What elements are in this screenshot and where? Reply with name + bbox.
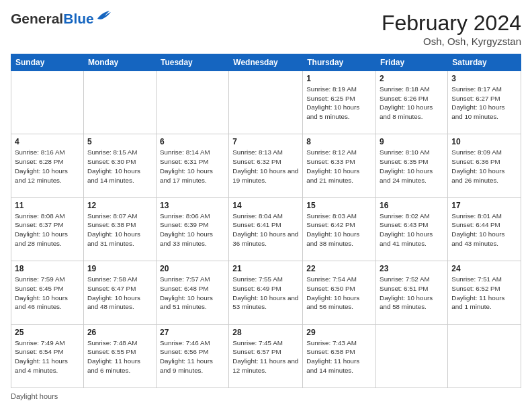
day-info: Sunrise: 7:55 AMSunset: 6:49 PMDaylight:… [232,275,299,312]
calendar-week-2: 4Sunrise: 8:16 AMSunset: 6:28 PMDaylight… [11,134,521,197]
day-info: Sunrise: 7:57 AMSunset: 6:48 PMDaylight:… [160,275,225,312]
day-header-tuesday: Tuesday [156,54,228,71]
day-info: Sunrise: 7:51 AMSunset: 6:52 PMDaylight:… [451,275,517,312]
day-info: Sunrise: 8:03 AMSunset: 6:42 PMDaylight:… [306,212,372,248]
calendar-cell [229,71,303,134]
day-info: Sunrise: 7:48 AMSunset: 6:55 PMDaylight:… [87,338,152,375]
calendar-cell [156,71,228,134]
day-number: 12 [87,201,152,210]
calendar-cell: 18Sunrise: 7:59 AMSunset: 6:45 PMDayligh… [11,261,84,324]
calendar-cell: 9Sunrise: 8:10 AMSunset: 6:35 PMDaylight… [376,134,448,197]
calendar-cell: 14Sunrise: 8:04 AMSunset: 6:41 PMDayligh… [229,197,303,261]
day-number: 23 [380,264,444,273]
title-block: February 2024 Osh, Osh, Kyrgyzstan [382,11,521,47]
day-info: Sunrise: 8:18 AMSunset: 6:26 PMDaylight:… [380,85,444,122]
day-info: Sunrise: 8:07 AMSunset: 6:38 PMDaylight:… [87,212,152,248]
calendar-cell: 1Sunrise: 8:19 AMSunset: 6:25 PMDaylight… [303,71,376,134]
day-info: Sunrise: 7:49 AMSunset: 6:54 PMDaylight:… [15,338,80,375]
day-info: Sunrise: 8:06 AMSunset: 6:39 PMDaylight:… [160,212,225,248]
day-number: 14 [232,201,299,210]
day-info: Sunrise: 8:10 AMSunset: 6:35 PMDaylight:… [380,148,444,185]
day-info: Sunrise: 7:54 AMSunset: 6:50 PMDaylight:… [306,275,372,312]
calendar-cell: 12Sunrise: 8:07 AMSunset: 6:38 PMDayligh… [83,197,156,261]
day-number: 21 [232,264,299,273]
day-header-saturday: Saturday [448,54,521,71]
day-number: 25 [15,328,80,337]
calendar-cell: 6Sunrise: 8:14 AMSunset: 6:31 PMDaylight… [156,134,228,197]
day-number: 16 [380,201,444,210]
calendar-cell: 13Sunrise: 8:06 AMSunset: 6:39 PMDayligh… [156,197,228,261]
calendar-cell: 28Sunrise: 7:45 AMSunset: 6:57 PMDayligh… [229,324,303,387]
logo-text: GeneralBlue [11,11,94,27]
logo: GeneralBlue [11,11,111,27]
calendar-cell: 15Sunrise: 8:03 AMSunset: 6:42 PMDayligh… [303,197,376,261]
day-number: 13 [160,201,225,210]
day-number: 28 [232,328,299,337]
day-info: Sunrise: 7:59 AMSunset: 6:45 PMDaylight:… [15,275,80,312]
calendar-cell: 2Sunrise: 8:18 AMSunset: 6:26 PMDaylight… [376,71,448,134]
calendar-cell: 7Sunrise: 8:13 AMSunset: 6:32 PMDaylight… [229,134,303,197]
day-header-wednesday: Wednesday [229,54,303,71]
day-number: 11 [15,201,80,210]
day-info: Sunrise: 8:04 AMSunset: 6:41 PMDaylight:… [232,212,299,248]
day-number: 8 [306,137,372,146]
day-number: 1 [306,74,372,83]
calendar-week-3: 11Sunrise: 8:08 AMSunset: 6:37 PMDayligh… [11,197,521,261]
day-number: 3 [451,74,517,83]
calendar-cell: 10Sunrise: 8:09 AMSunset: 6:36 PMDayligh… [448,134,521,197]
day-info: Sunrise: 7:43 AMSunset: 6:58 PMDaylight:… [306,338,372,375]
day-number: 15 [306,201,372,210]
location: Osh, Osh, Kyrgyzstan [382,36,521,47]
day-number: 18 [15,264,80,273]
calendar-cell: 26Sunrise: 7:48 AMSunset: 6:55 PMDayligh… [83,324,156,387]
day-info: Sunrise: 8:14 AMSunset: 6:31 PMDaylight:… [160,148,225,185]
day-header-friday: Friday [376,54,448,71]
day-info: Sunrise: 8:02 AMSunset: 6:43 PMDaylight:… [380,212,444,248]
day-number: 17 [451,201,517,210]
calendar-cell: 16Sunrise: 8:02 AMSunset: 6:43 PMDayligh… [376,197,448,261]
calendar-week-5: 25Sunrise: 7:49 AMSunset: 6:54 PMDayligh… [11,324,521,387]
calendar-cell: 8Sunrise: 8:12 AMSunset: 6:33 PMDaylight… [303,134,376,197]
day-info: Sunrise: 8:16 AMSunset: 6:28 PMDaylight:… [15,148,80,185]
day-info: Sunrise: 8:09 AMSunset: 6:36 PMDaylight:… [451,148,517,185]
day-info: Sunrise: 8:13 AMSunset: 6:32 PMDaylight:… [232,148,299,185]
calendar-cell: 25Sunrise: 7:49 AMSunset: 6:54 PMDayligh… [11,324,84,387]
day-number: 26 [87,328,152,337]
day-info: Sunrise: 7:46 AMSunset: 6:56 PMDaylight:… [160,338,225,375]
day-info: Sunrise: 8:19 AMSunset: 6:25 PMDaylight:… [306,85,372,122]
day-number: 9 [380,137,444,146]
day-number: 5 [87,137,152,146]
calendar-table: SundayMondayTuesdayWednesdayThursdayFrid… [11,54,521,388]
day-number: 20 [160,264,225,273]
day-info: Sunrise: 7:45 AMSunset: 6:57 PMDaylight:… [232,338,299,375]
calendar-cell: 27Sunrise: 7:46 AMSunset: 6:56 PMDayligh… [156,324,228,387]
day-number: 2 [380,74,444,83]
calendar-cell [83,71,156,134]
day-info: Sunrise: 8:17 AMSunset: 6:27 PMDaylight:… [451,85,517,122]
day-info: Sunrise: 8:12 AMSunset: 6:33 PMDaylight:… [306,148,372,185]
day-info: Sunrise: 7:58 AMSunset: 6:47 PMDaylight:… [87,275,152,312]
day-number: 19 [87,264,152,273]
day-header-thursday: Thursday [303,54,376,71]
calendar-cell: 29Sunrise: 7:43 AMSunset: 6:58 PMDayligh… [303,324,376,387]
calendar-cell: 20Sunrise: 7:57 AMSunset: 6:48 PMDayligh… [156,261,228,324]
calendar-cell [11,71,84,134]
calendar-cell: 23Sunrise: 7:52 AMSunset: 6:51 PMDayligh… [376,261,448,324]
calendar-cell: 4Sunrise: 8:16 AMSunset: 6:28 PMDaylight… [11,134,84,197]
logo-bird-icon [96,9,111,21]
calendar-cell: 5Sunrise: 8:15 AMSunset: 6:30 PMDaylight… [83,134,156,197]
calendar-cell: 24Sunrise: 7:51 AMSunset: 6:52 PMDayligh… [448,261,521,324]
day-header-monday: Monday [83,54,156,71]
day-number: 7 [232,137,299,146]
calendar-cell: 3Sunrise: 8:17 AMSunset: 6:27 PMDaylight… [448,71,521,134]
calendar-cell: 11Sunrise: 8:08 AMSunset: 6:37 PMDayligh… [11,197,84,261]
calendar-cell [376,324,448,387]
calendar-cell [448,324,521,387]
calendar-cell: 17Sunrise: 8:01 AMSunset: 6:44 PMDayligh… [448,197,521,261]
month-title: February 2024 [382,11,521,36]
calendar-week-4: 18Sunrise: 7:59 AMSunset: 6:45 PMDayligh… [11,261,521,324]
day-number: 27 [160,328,225,337]
calendar-cell: 22Sunrise: 7:54 AMSunset: 6:50 PMDayligh… [303,261,376,324]
day-number: 22 [306,264,372,273]
calendar-week-1: 1Sunrise: 8:19 AMSunset: 6:25 PMDaylight… [11,71,521,134]
